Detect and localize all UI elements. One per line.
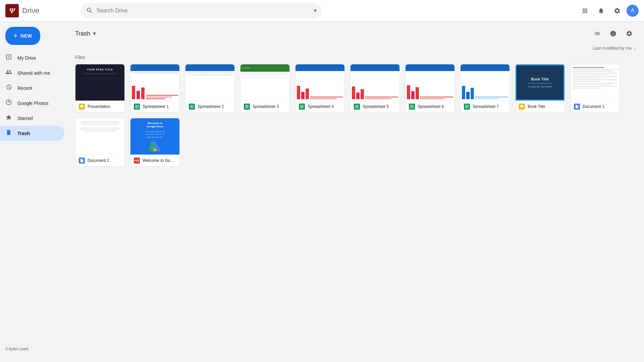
file-card[interactable]: Spreadsheet 5 <box>350 64 400 113</box>
sidebar-nav: My Drive Shared with me Recent Google Ph… <box>0 50 67 141</box>
file-card[interactable]: Book Title A report by Your Name Book Ti… <box>515 64 565 113</box>
file-thumbnail: Book Title A report by Your Name <box>516 64 565 101</box>
file-name: Spreadsheet 5 <box>363 104 396 109</box>
storage-info: 0 bytes used <box>0 341 34 357</box>
app-name-label: Drive <box>22 6 39 15</box>
file-name: Spreadsheet 6 <box>418 104 451 109</box>
sidebar-item-google-photos[interactable]: Google Photos <box>0 96 64 111</box>
sidebar-item-label: Starred <box>17 116 33 121</box>
file-thumbnail: YOUR PAGE TITLE <box>75 64 124 101</box>
main-content: Trash ▾ Last modified by me ↓ Files YOUR… <box>67 21 644 362</box>
file-footer: Presentation <box>75 101 124 112</box>
sort-row: Last modified by me ↓ <box>75 46 636 51</box>
file-card[interactable]: Spreadsheet 6 <box>405 64 455 113</box>
file-type-icon <box>79 104 85 110</box>
file-thumbnail <box>296 64 344 101</box>
file-card[interactable]: YOUR PAGE TITLE Presentation <box>75 64 125 113</box>
file-footer: PDF Welcome to Google Drive <box>130 155 179 166</box>
file-type-icon <box>134 104 140 110</box>
iu-logo-icon: Ψ <box>5 4 19 17</box>
info-button[interactable] <box>606 27 620 40</box>
file-card[interactable]: Spreadsheet 2 <box>185 64 235 113</box>
sidebar-item-trash[interactable]: Trash <box>0 126 64 141</box>
page-title-wrap: Trash ▾ <box>75 30 96 37</box>
user-avatar[interactable]: A <box>627 5 639 17</box>
file-card[interactable]: Spreadsheet 7 <box>460 64 510 113</box>
svg-rect-1 <box>520 105 524 108</box>
file-type-icon <box>574 104 580 110</box>
file-thumbnail <box>351 64 399 101</box>
google-drive-logo-icon <box>149 141 161 151</box>
file-card[interactable]: Spreadsheet 4 <box>295 64 345 113</box>
file-name: Document 2 <box>88 158 121 163</box>
file-thumbnail: ■ TITLE <box>240 64 289 101</box>
notifications-button[interactable] <box>594 4 608 17</box>
file-name: Presentation <box>88 104 121 109</box>
file-card[interactable]: Document 1 <box>570 64 620 113</box>
my-drive-icon <box>5 54 12 62</box>
sort-arrow-icon[interactable]: ↓ <box>634 46 636 51</box>
file-name: Document 1 <box>583 104 616 109</box>
file-name: Book Title <box>528 104 561 109</box>
file-type-icon <box>354 104 360 110</box>
page-actions <box>590 27 636 40</box>
file-type-icon <box>189 104 195 110</box>
file-card[interactable]: Document 2 <box>75 118 125 167</box>
file-footer: Spreadsheet 3 <box>240 101 289 112</box>
list-view-button[interactable] <box>590 27 604 40</box>
file-name: Spreadsheet 7 <box>473 104 506 109</box>
file-card[interactable]: Welcome toGoogle Drive One safe place fo… <box>130 118 180 167</box>
file-thumbnail <box>75 118 124 155</box>
photos-icon <box>5 99 12 107</box>
sidebar-item-label: My Drive <box>17 55 36 61</box>
file-thumbnail <box>406 64 454 101</box>
page-title: Trash <box>75 30 90 37</box>
file-thumbnail <box>185 64 234 101</box>
apps-grid-button[interactable] <box>578 4 592 17</box>
sidebar-item-my-drive[interactable]: My Drive <box>0 50 64 65</box>
file-footer: Spreadsheet 2 <box>185 101 234 112</box>
file-footer: Spreadsheet 4 <box>296 101 344 112</box>
search-dropdown-icon[interactable]: ▾ <box>314 7 317 14</box>
header-actions: A <box>578 4 639 17</box>
file-footer: Spreadsheet 7 <box>461 101 509 112</box>
file-thumbnail <box>461 64 509 101</box>
page-header: Trash ▾ <box>75 27 636 40</box>
file-footer: Document 1 <box>571 101 620 112</box>
settings-gear-button[interactable] <box>623 27 636 40</box>
section-label: Files <box>75 55 636 60</box>
settings-button[interactable] <box>610 4 624 17</box>
search-icon <box>86 7 93 15</box>
sidebar-item-recent[interactable]: Recent <box>0 80 64 96</box>
sidebar: + NEW My Drive Shared with me Recent G <box>0 21 67 362</box>
page-title-dropdown-icon[interactable]: ▾ <box>93 30 96 37</box>
file-type-icon <box>299 104 305 110</box>
file-name: Spreadsheet 1 <box>143 104 176 109</box>
file-type-icon: PDF <box>134 158 140 164</box>
new-button[interactable]: + NEW <box>5 27 40 45</box>
search-input[interactable] <box>97 8 311 14</box>
sidebar-item-starred[interactable]: Starred <box>0 111 64 126</box>
file-type-icon <box>79 158 85 164</box>
file-type-icon <box>244 104 250 110</box>
sidebar-item-label: Shared with me <box>17 70 50 76</box>
file-footer: Spreadsheet 1 <box>130 101 179 112</box>
file-name: Spreadsheet 3 <box>253 104 286 109</box>
sidebar-item-label: Google Photos <box>17 101 49 106</box>
sidebar-item-label: Trash <box>17 131 30 136</box>
file-name: Spreadsheet 2 <box>198 104 231 109</box>
sidebar-item-shared-with-me[interactable]: Shared with me <box>0 65 64 80</box>
sidebar-item-label: Recent <box>17 85 32 91</box>
app-header: Ψ Drive ▾ A <box>0 0 644 21</box>
plus-icon: + <box>13 32 18 40</box>
file-footer: Spreadsheet 6 <box>406 101 454 112</box>
file-card[interactable]: Spreadsheet 1 <box>130 64 180 113</box>
file-card[interactable]: ■ TITLE Spreadsheet 3 <box>240 64 290 113</box>
svg-rect-0 <box>80 105 84 108</box>
file-name: Welcome to Google Drive <box>143 158 176 163</box>
shared-icon <box>5 69 12 77</box>
file-type-icon <box>519 104 525 110</box>
sort-label[interactable]: Last modified by me <box>593 46 632 51</box>
logo-area: Ψ Drive <box>5 4 72 17</box>
recent-icon <box>5 84 12 92</box>
